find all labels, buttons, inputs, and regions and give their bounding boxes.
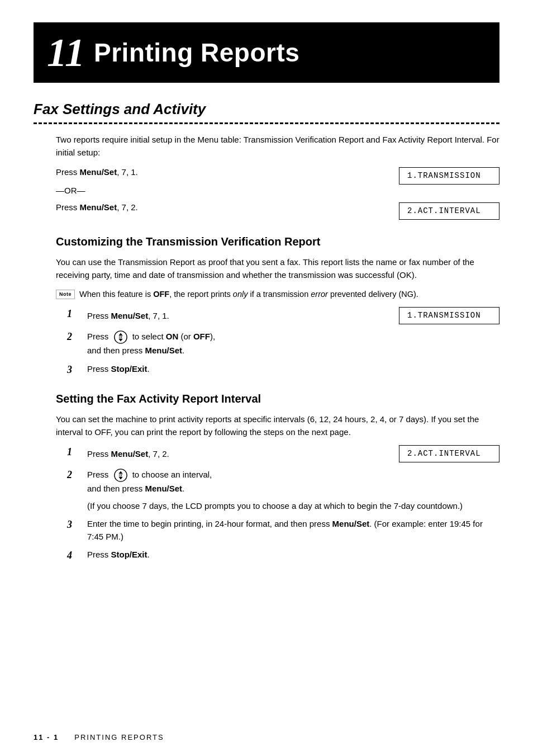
- chapter-header: 11 Printing Reports: [34, 22, 499, 83]
- lcd-step1-1: 1.TRANSMISSION: [399, 307, 499, 324]
- step-1-2: 2 Press or to select ON (or OFF), and th…: [56, 330, 499, 357]
- press-text-1: Press Menu/Set, 7, 1.: [56, 166, 373, 179]
- subsection2-body: You can set the machine to print activit…: [56, 413, 499, 439]
- note-block: Note When this feature is OFF, the repor…: [56, 289, 499, 301]
- press-block-1: Press Menu/Set, 7, 1. 1.TRANSMISSION: [56, 166, 499, 185]
- step-number-2-3: 3: [67, 518, 84, 532]
- menuset-bold-2: Menu/Set: [80, 202, 117, 212]
- step1-2-menuset: Menu/Set: [145, 346, 182, 355]
- step-2-2: 2 Press or to choose an interval, and th…: [56, 468, 499, 512]
- nav-icon-1: or: [113, 330, 128, 344]
- step2-2-extra: (If you choose 7 days, the LCD prompts y…: [87, 500, 499, 513]
- lcd-display-2: 2.ACT.INTERVAL: [399, 202, 499, 220]
- step-content-1-1: Press Menu/Set, 7, 1. 1.TRANSMISSION: [87, 307, 499, 324]
- step-2-3: 3 Enter the time to begin printing, in 2…: [56, 518, 499, 543]
- svg-text:or: or: [118, 334, 122, 339]
- nav-icon-2: or: [113, 468, 128, 483]
- step-number-1-1: 1: [67, 307, 84, 321]
- footer: 11 - 1 PRINTING REPORTS: [34, 732, 164, 743]
- note-badge: Note: [56, 290, 75, 300]
- lcd-display-1: 1.TRANSMISSION: [399, 167, 499, 185]
- step-number-2-4: 4: [67, 549, 84, 563]
- step-number-1-2: 2: [67, 330, 84, 344]
- step2-2-menuset: Menu/Set: [145, 484, 182, 493]
- step-content-2-2: Press or to choose an interval, and then…: [87, 468, 499, 512]
- step-content-1-2: Press or to select ON (or OFF), and then…: [87, 330, 499, 357]
- step-1-1: 1 Press Menu/Set, 7, 1. 1.TRANSMISSION: [56, 307, 499, 324]
- step-content-1-3: Press Stop/Exit.: [87, 363, 499, 376]
- chapter-number: 11: [47, 32, 85, 73]
- step-content-2-1: Press Menu/Set, 7, 2. 2.ACT.INTERVAL: [87, 445, 499, 462]
- subsection1-body: You can use the Transmission Report as p…: [56, 256, 499, 282]
- section-divider: [34, 122, 499, 124]
- step-2-1: 1 Press Menu/Set, 7, 2. 2.ACT.INTERVAL: [56, 445, 499, 462]
- footer-page: 11 - 1: [34, 733, 59, 741]
- step-1-3: 3 Press Stop/Exit.: [56, 363, 499, 377]
- step-content-2-4: Press Stop/Exit.: [87, 549, 499, 561]
- footer-label: PRINTING REPORTS: [74, 733, 164, 741]
- step-2-4: 4 Press Stop/Exit.: [56, 549, 499, 563]
- subsection1-heading: Customizing the Transmission Verificatio…: [34, 233, 499, 250]
- lcd-step2-1: 2.ACT.INTERVAL: [399, 445, 499, 462]
- step2-4-stop: Stop/Exit: [111, 550, 147, 559]
- svg-text:or: or: [118, 472, 122, 478]
- note-off-bold: OFF: [153, 290, 169, 299]
- press-block-2: Press Menu/Set, 7, 2. 2.ACT.INTERVAL: [56, 201, 499, 220]
- or-label: —OR—: [56, 185, 499, 197]
- section-heading: Fax Settings and Activity: [34, 98, 499, 120]
- step2-1-bold: Menu/Set: [111, 449, 149, 459]
- note-text: When this feature is OFF, the report pri…: [79, 289, 418, 301]
- step1-2-on: ON: [166, 332, 179, 341]
- step-content-2-3: Enter the time to begin printing, in 24-…: [87, 518, 499, 543]
- menuset-bold-1: Menu/Set: [80, 167, 117, 177]
- step-number-1-3: 3: [67, 363, 84, 377]
- note-only-italic: only: [233, 290, 248, 299]
- chapter-title: Printing Reports: [94, 34, 299, 72]
- step-number-2-2: 2: [67, 468, 84, 482]
- step1-1-bold: Menu/Set: [111, 311, 149, 320]
- intro-text: Two reports require initial setup in the…: [56, 133, 499, 159]
- step1-2-off: OFF: [193, 332, 210, 341]
- note-error-italic: error: [311, 290, 328, 299]
- subsection2-heading: Setting the Fax Activity Report Interval: [34, 390, 499, 407]
- press-text-2: Press Menu/Set, 7, 2.: [56, 201, 373, 214]
- step-number-2-1: 1: [67, 445, 84, 459]
- step1-3-stop: Stop/Exit: [111, 364, 147, 374]
- step2-3-menuset: Menu/Set: [332, 519, 370, 528]
